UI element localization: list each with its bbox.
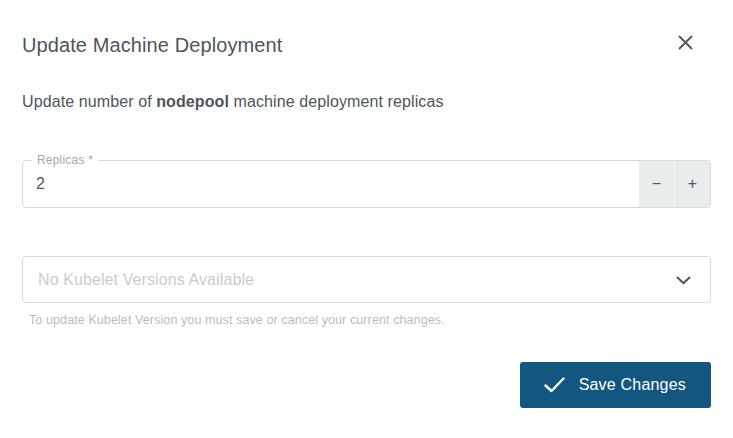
close-button[interactable]: [674, 31, 697, 54]
description-prefix: Update number of: [22, 93, 156, 110]
dialog-footer: Save Changes: [22, 362, 711, 408]
dialog-title: Update Machine Deployment: [22, 33, 282, 57]
close-icon: [678, 38, 693, 53]
dialog-header: Update Machine Deployment: [22, 0, 711, 57]
kubelet-dropdown-placeholder: No Kubelet Versions Available: [38, 271, 254, 289]
save-changes-button[interactable]: Save Changes: [520, 362, 711, 408]
replicas-field: Replicas * − +: [22, 160, 711, 208]
replicas-stepper: − +: [639, 161, 710, 207]
kubelet-version-dropdown[interactable]: No Kubelet Versions Available: [22, 256, 711, 303]
chevron-down-icon: [676, 271, 691, 289]
save-changes-label: Save Changes: [579, 376, 686, 394]
decrement-button[interactable]: −: [639, 161, 675, 207]
kubelet-helper-text: To update Kubelet Version you must save …: [29, 313, 711, 327]
check-icon: [544, 377, 565, 393]
dialog-description: Update number of nodepool machine deploy…: [22, 92, 711, 112]
update-machine-deployment-dialog: Update Machine Deployment Update number …: [0, 0, 733, 438]
increment-button[interactable]: +: [675, 161, 710, 207]
description-suffix: machine deployment replicas: [229, 93, 443, 110]
nodepool-name: nodepool: [156, 93, 229, 110]
replicas-input[interactable]: [23, 161, 636, 207]
